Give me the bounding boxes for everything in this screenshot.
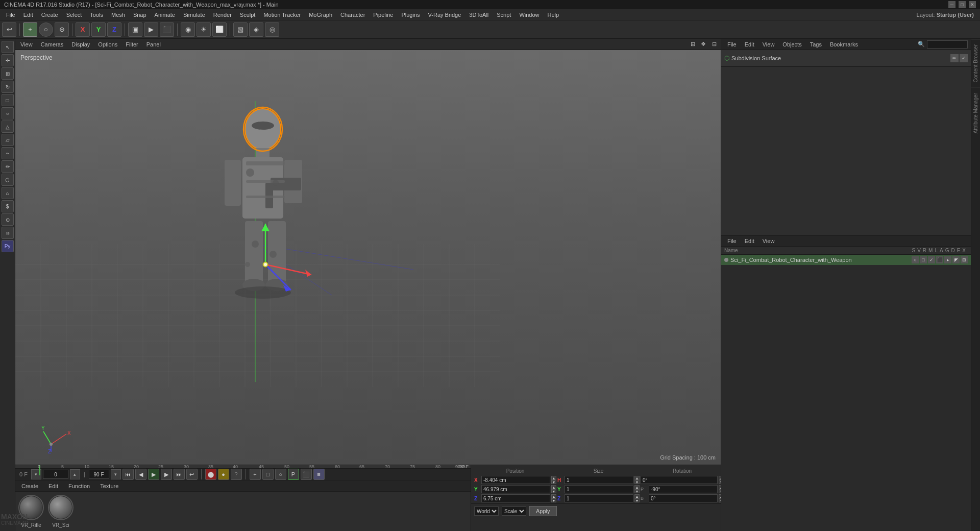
- sidebar-scale-btn[interactable]: ⊞: [2, 67, 14, 80]
- mat-btn[interactable]: ◈: [249, 22, 263, 37]
- key-paste-btn[interactable]: ○: [275, 469, 286, 480]
- minimize-btn[interactable]: ─: [948, 1, 955, 8]
- menu-render[interactable]: Render: [209, 11, 236, 19]
- obj-row-icon-6[interactable]: ◤: [952, 256, 960, 263]
- frame-step-up[interactable]: ▴: [70, 469, 80, 479]
- y-pos-up[interactable]: ▲: [551, 485, 556, 489]
- obj-mode-btn[interactable]: ▧: [233, 22, 248, 37]
- rotate-tool-btn[interactable]: ⊕: [55, 22, 69, 37]
- coord-system-select[interactable]: World: [474, 506, 499, 516]
- sidebar-effector-btn[interactable]: $: [2, 200, 14, 212]
- go-start-btn[interactable]: ⏮: [122, 469, 134, 480]
- go-end-btn[interactable]: ⏭: [174, 469, 185, 480]
- key-clear-btn[interactable]: □: [262, 469, 274, 480]
- far-tab-attribute-manager[interactable]: Attribute Manager: [971, 87, 980, 139]
- vp-icon-2[interactable]: ❖: [699, 40, 708, 49]
- motion-clip-btn[interactable]: ⬛: [301, 469, 312, 480]
- material-item-1[interactable]: VR_Sci: [48, 495, 74, 528]
- x-pos-input[interactable]: [481, 476, 550, 484]
- undo-btn[interactable]: ↩: [2, 22, 16, 37]
- menu-create[interactable]: Create: [37, 11, 62, 19]
- rp-bot-view[interactable]: View: [760, 237, 778, 245]
- rp-bot-edit[interactable]: Edit: [742, 237, 757, 245]
- obj-row-icon-1[interactable]: ○: [912, 256, 919, 263]
- obj-row-icon-7[interactable]: ⊞: [961, 256, 968, 263]
- y-pos-input[interactable]: [481, 485, 550, 493]
- x-size-up[interactable]: ▲: [634, 476, 640, 480]
- menu-pipeline[interactable]: Pipeline: [369, 11, 397, 19]
- x-size-input[interactable]: [565, 476, 633, 484]
- z-rot-input[interactable]: [649, 494, 718, 502]
- x-pos-up[interactable]: ▲: [551, 476, 556, 480]
- vp-menu-panel[interactable]: Panel: [143, 40, 164, 49]
- vp-menu-options[interactable]: Options: [95, 40, 120, 49]
- x-pos-down[interactable]: ▼: [551, 480, 556, 484]
- menu-mesh[interactable]: Mesh: [107, 11, 129, 19]
- menu-sculpt[interactable]: Sculpt: [236, 11, 260, 19]
- menu-select[interactable]: Select: [62, 11, 86, 19]
- vp-menu-cameras[interactable]: Cameras: [38, 40, 67, 49]
- axis-x-btn[interactable]: X: [76, 22, 90, 37]
- play-btn[interactable]: ▶: [148, 469, 159, 480]
- z-pos-up[interactable]: ▲: [551, 494, 556, 498]
- mat-texture[interactable]: Texture: [97, 482, 121, 490]
- floor-btn[interactable]: ⬜: [212, 22, 227, 37]
- sidebar-plane-btn[interactable]: ▱: [2, 134, 14, 146]
- anim-record-btn[interactable]: P: [288, 469, 299, 480]
- auto-key-btn[interactable]: ●: [218, 469, 229, 480]
- menu-vraybridge[interactable]: V-Ray Bridge: [424, 11, 465, 19]
- axis-y-btn[interactable]: Y: [91, 22, 106, 37]
- menu-mograph[interactable]: MoGraph: [305, 11, 336, 19]
- cycle-btn[interactable]: ↩: [186, 469, 198, 480]
- window-controls[interactable]: ─ □ ✕: [948, 1, 976, 8]
- render-active-view-btn[interactable]: ▶: [144, 22, 158, 37]
- rp-objects[interactable]: Objects: [779, 40, 804, 49]
- y-size-down[interactable]: ▼: [634, 489, 640, 493]
- render-btn[interactable]: ⬛: [160, 22, 174, 37]
- sidebar-field-btn[interactable]: ≋: [2, 227, 14, 239]
- next-frame-btn[interactable]: ▶: [161, 469, 172, 480]
- anim-btn[interactable]: ◎: [265, 22, 279, 37]
- vp-icon-1[interactable]: ⊞: [688, 40, 697, 49]
- obj-row-icon-3[interactable]: ✓: [928, 256, 935, 263]
- menu-snap[interactable]: Snap: [129, 11, 151, 19]
- menu-window[interactable]: Window: [515, 11, 543, 19]
- obj-row-icon-2[interactable]: □: [920, 256, 927, 263]
- render-region-btn[interactable]: ▣: [128, 22, 142, 37]
- z-size-up[interactable]: ▲: [634, 494, 640, 498]
- menu-simulate[interactable]: Simulate: [179, 11, 209, 19]
- material-item-0[interactable]: VR_Rifle: [18, 495, 44, 528]
- z-pos-down[interactable]: ▼: [551, 498, 556, 502]
- obj-check-icon[interactable]: ✓: [960, 54, 968, 62]
- vp-menu-filter[interactable]: Filter: [122, 40, 141, 49]
- move-tool-btn[interactable]: +: [23, 22, 37, 37]
- rp-bot-file[interactable]: File: [724, 237, 740, 245]
- sidebar-rotate-btn[interactable]: ↻: [2, 81, 14, 93]
- menu-plugins[interactable]: Plugins: [397, 11, 424, 19]
- z-size-input[interactable]: [565, 494, 633, 502]
- sidebar-spline-btn[interactable]: ～: [2, 147, 14, 159]
- obj-row-icon-4[interactable]: ⬛: [936, 256, 943, 263]
- menu-tools[interactable]: Tools: [86, 11, 107, 19]
- maximize-btn[interactable]: □: [959, 1, 966, 8]
- sidebar-box-btn[interactable]: □: [2, 94, 14, 106]
- sidebar-deformer-btn[interactable]: ⌂: [2, 187, 14, 199]
- z-pos-input[interactable]: [481, 494, 550, 502]
- close-btn[interactable]: ✕: [969, 1, 976, 8]
- axis-z-btn[interactable]: Z: [107, 22, 121, 37]
- scale-tool-btn[interactable]: ○: [39, 22, 53, 37]
- menu-character[interactable]: Character: [336, 11, 369, 19]
- light-btn[interactable]: ☀: [197, 22, 211, 37]
- sidebar-move-btn[interactable]: ✛: [2, 54, 14, 66]
- y-pos-down[interactable]: ▼: [551, 489, 556, 493]
- sidebar-python-btn[interactable]: Py: [2, 240, 14, 252]
- timeline-btn[interactable]: ≡: [313, 469, 325, 480]
- menu-script[interactable]: Script: [493, 11, 515, 19]
- key-add-btn[interactable]: +: [250, 469, 261, 480]
- viewport-canvas[interactable]: Perspective Grid Spacing : 100 cm X Y Z: [15, 50, 721, 465]
- mode-select[interactable]: Scale: [502, 506, 526, 516]
- menu-help[interactable]: Help: [544, 11, 564, 19]
- camera-btn[interactable]: ◉: [181, 22, 195, 37]
- rp-view[interactable]: View: [760, 40, 778, 49]
- end-frame-step[interactable]: ▾: [111, 469, 121, 479]
